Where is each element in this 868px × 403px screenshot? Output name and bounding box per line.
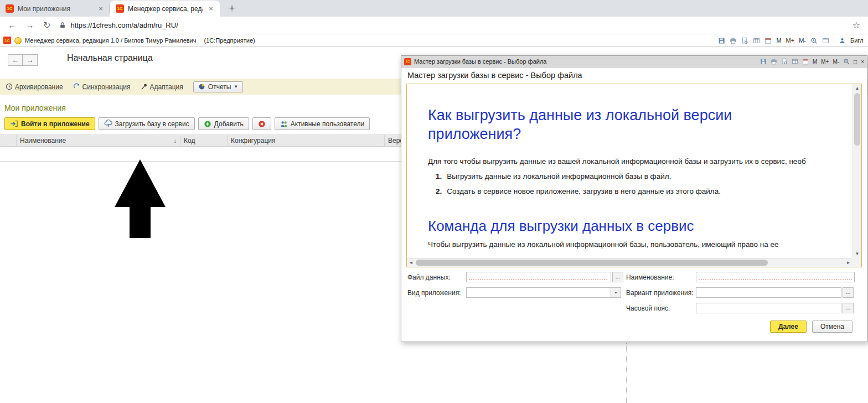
- column-configuration[interactable]: Конфигурация: [228, 135, 385, 146]
- actions-toolbar: Войти в приложение Загрузить базу в серв…: [4, 117, 370, 130]
- upload-database-button[interactable]: Загрузить базу в сервис: [99, 117, 195, 130]
- vertical-scrollbar[interactable]: ▲ ▼: [852, 84, 861, 258]
- address-bar[interactable]: https://1cfresh.com/a/adm/ru_RU/: [59, 21, 178, 29]
- dialog-heading: Мастер загрузки базы в сервис - Выбор фа…: [407, 71, 582, 80]
- print-icon[interactable]: [730, 37, 737, 44]
- pin-icon: [141, 83, 148, 90]
- nav-forward-button[interactable]: →: [23, 54, 38, 66]
- print-preview-icon[interactable]: [781, 58, 788, 65]
- appbar-controls: M M+ M- Бигл: [718, 37, 865, 44]
- forward-icon[interactable]: →: [25, 20, 34, 30]
- name-label: Наименование:: [626, 273, 696, 281]
- memory-mminus-button[interactable]: M-: [833, 59, 839, 65]
- field-data-file: Файл данных: ...: [407, 272, 623, 282]
- active-users-button[interactable]: Активные пользователи: [275, 117, 370, 130]
- tab-my-apps[interactable]: 1С Мои приложения ×: [0, 1, 110, 17]
- chevron-down-icon: ▼: [234, 84, 238, 89]
- list-number: 2.: [436, 187, 442, 195]
- back-icon[interactable]: ←: [8, 20, 17, 30]
- list-text: Выгрузить данные из локальной информацио…: [447, 172, 671, 180]
- choose-timezone-button[interactable]: ...: [843, 303, 854, 313]
- cloud-upload-icon: [104, 120, 112, 128]
- bookmark-star-icon[interactable]: ☆: [852, 20, 860, 30]
- enter-icon: [10, 120, 18, 128]
- scroll-right-icon[interactable]: ►: [844, 259, 852, 267]
- scroll-up-icon[interactable]: ▲: [853, 84, 861, 92]
- close-tab-icon[interactable]: ×: [96, 4, 105, 13]
- enter-application-button[interactable]: Войти в приложение: [4, 117, 95, 130]
- application-kind-input[interactable]: [466, 287, 611, 298]
- print-preview-icon[interactable]: [741, 37, 748, 44]
- url-text: https://1cfresh.com/a/adm/ru_RU/: [70, 21, 178, 29]
- sort-desc-icon: ↓: [174, 137, 177, 144]
- data-file-input[interactable]: [466, 272, 611, 282]
- archive-link[interactable]: Архивирование: [6, 83, 63, 91]
- scrollbar-thumb[interactable]: [416, 260, 768, 266]
- scroll-down-icon[interactable]: ▼: [853, 250, 861, 258]
- name-input[interactable]: [696, 272, 855, 282]
- annotation-arrow: [115, 159, 166, 238]
- save-icon[interactable]: [718, 37, 725, 44]
- new-tab-button[interactable]: +: [224, 1, 240, 16]
- add-label: Добавить: [214, 120, 244, 128]
- tab-strip: 1С Мои приложения × 1С Менеджер сервиса,…: [0, 0, 868, 17]
- column-code[interactable]: Код: [180, 135, 228, 146]
- browse-file-button[interactable]: ...: [612, 272, 623, 282]
- reload-icon[interactable]: ↻: [43, 20, 50, 30]
- memory-mplus-button[interactable]: M+: [821, 59, 829, 65]
- user-icon[interactable]: [839, 37, 846, 44]
- memory-m-button[interactable]: M: [776, 37, 781, 44]
- choose-variant-button[interactable]: ...: [843, 287, 854, 298]
- dialog-title-bar[interactable]: 1С Мастер загрузки базы в сервис - Выбор…: [401, 56, 867, 68]
- memory-mplus-button[interactable]: M+: [786, 37, 795, 44]
- dialog-buttons: Далее Отмена: [770, 321, 852, 333]
- help-heading-2: Команда для выгрузки данных в сервис: [428, 218, 847, 235]
- field-name: Наименование:: [626, 272, 855, 282]
- window-icon[interactable]: [822, 37, 829, 44]
- wizard-dialog: 1С Мастер загрузки базы в сервис - Выбор…: [401, 55, 867, 342]
- maximize-icon[interactable]: □: [854, 59, 857, 65]
- field-timezone: Часовой пояс: ...: [626, 303, 854, 313]
- calendar-icon[interactable]: [802, 58, 809, 65]
- column-status[interactable]: . . . . .: [0, 135, 17, 146]
- help-content: Как выгрузить данные из локальной версии…: [407, 84, 852, 258]
- pie-chart-icon: [198, 83, 205, 90]
- cancel-button[interactable]: Отмена: [812, 321, 852, 333]
- field-application-kind: Вид приложения: ▼: [407, 287, 621, 298]
- table-icon[interactable]: [753, 37, 760, 44]
- help-intro: Для того чтобы выгрузить данные из вашей…: [428, 157, 847, 166]
- close-icon[interactable]: ×: [861, 59, 864, 65]
- app-title: Менеджер сервиса, редакция 1.0 / Биглов …: [25, 37, 197, 44]
- horizontal-scrollbar[interactable]: ◄ ►: [407, 258, 852, 267]
- clock-icon: [6, 83, 13, 90]
- save-icon[interactable]: [760, 58, 767, 65]
- sync-link[interactable]: Синхронизация: [73, 83, 131, 91]
- add-button[interactable]: Добавить: [198, 117, 249, 130]
- print-icon[interactable]: [771, 58, 777, 65]
- close-tab-icon[interactable]: ×: [206, 4, 215, 13]
- memory-mminus-button[interactable]: M-: [799, 37, 806, 44]
- memory-m-button[interactable]: M: [813, 59, 817, 65]
- next-button[interactable]: Далее: [770, 321, 807, 333]
- add-icon: [204, 120, 211, 128]
- help-heading-1: Как выгрузить данные из локальной версии…: [428, 106, 815, 144]
- zoom-icon[interactable]: [843, 58, 850, 65]
- form-separator-line: [626, 343, 627, 403]
- table-icon[interactable]: [792, 58, 798, 65]
- column-name[interactable]: Наименование ↓: [17, 135, 180, 146]
- tab-service-manager[interactable]: 1С Менеджер сервиса, редакция 1 ×: [110, 1, 220, 17]
- reports-label: Отчеты: [208, 83, 231, 91]
- calendar-icon[interactable]: [764, 37, 772, 44]
- zoom-icon[interactable]: [810, 37, 818, 44]
- delete-button[interactable]: [252, 117, 271, 130]
- adaptation-link[interactable]: Адаптация: [141, 83, 183, 91]
- nav-back-button[interactable]: ←: [8, 54, 23, 66]
- reports-button[interactable]: Отчеты ▼: [193, 81, 243, 92]
- timezone-input[interactable]: [696, 303, 841, 313]
- combo-arrow-icon[interactable]: ▼: [611, 287, 621, 298]
- application-variant-input[interactable]: [696, 287, 841, 298]
- application-variant-label: Вариант приложения:: [626, 289, 696, 297]
- scroll-left-icon[interactable]: ◄: [407, 259, 415, 267]
- scrollbar-thumb[interactable]: [854, 93, 860, 146]
- help-outro: Чтобы выгрузить данные из локальной инфо…: [428, 240, 847, 249]
